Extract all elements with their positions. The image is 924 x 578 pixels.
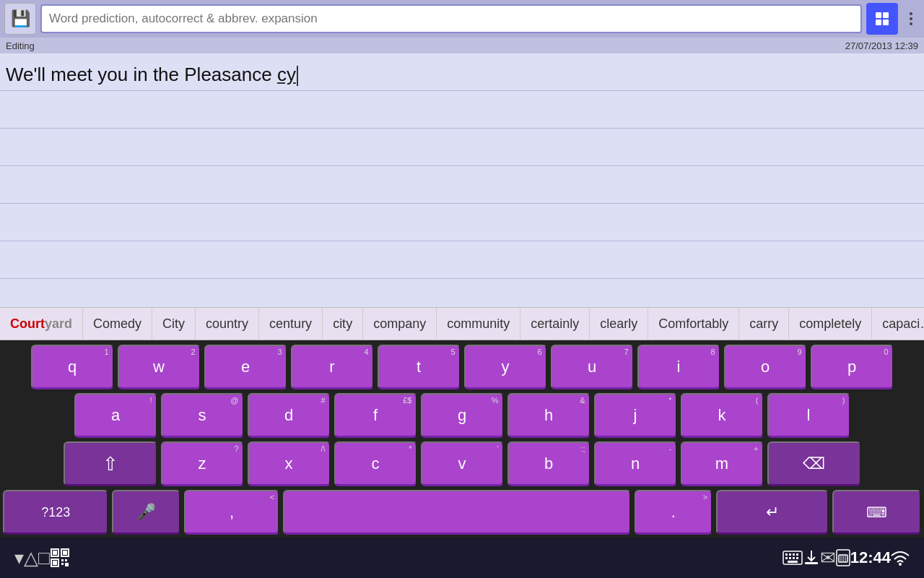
nav-home-icon[interactable]: △ bbox=[24, 547, 38, 569]
svg-rect-24 bbox=[788, 561, 798, 563]
svg-rect-11 bbox=[61, 559, 64, 561]
svg-rect-1 bbox=[883, 12, 889, 18]
suggestion-item-country[interactable]: country bbox=[196, 308, 259, 340]
key-u[interactable]: 7u bbox=[551, 345, 634, 389]
expand-icon bbox=[874, 11, 890, 27]
keyboard-row-1: 1q2w3e4r5t6y7u8i9o0p bbox=[3, 345, 921, 389]
key-w[interactable]: 2w bbox=[118, 345, 201, 389]
key-g[interactable]: %g bbox=[421, 393, 504, 438]
suggestion-item-century[interactable]: century bbox=[259, 308, 323, 340]
clock: 12:44 bbox=[850, 548, 891, 567]
download-icon[interactable] bbox=[803, 549, 820, 566]
svg-rect-20 bbox=[785, 557, 788, 559]
key-x[interactable]: /\x bbox=[248, 441, 331, 486]
svg-rect-3 bbox=[883, 20, 889, 25]
suggestion-item-capacity[interactable]: capaci… bbox=[872, 308, 924, 340]
key-r[interactable]: 4r bbox=[291, 345, 374, 389]
key-d[interactable]: #d bbox=[248, 393, 331, 438]
key-c[interactable]: *c bbox=[334, 441, 417, 486]
suggestion-item-company[interactable]: company bbox=[363, 308, 437, 340]
suggestion-item-comfortably[interactable]: Comfortably bbox=[648, 308, 739, 340]
bottom-nav: ▾ △ □ bbox=[0, 538, 924, 578]
suggestion-item-city-cap[interactable]: City bbox=[152, 308, 196, 340]
svg-rect-23 bbox=[796, 557, 798, 559]
key-period[interactable]: >. bbox=[635, 490, 713, 535]
key-b[interactable]: :;b bbox=[507, 441, 590, 486]
key-f[interactable]: £$f bbox=[334, 393, 417, 438]
status-bar: Editing 27/07/2013 12:39 bbox=[0, 38, 924, 53]
menu-button[interactable] bbox=[902, 5, 920, 33]
svg-rect-18 bbox=[793, 553, 795, 556]
svg-point-31 bbox=[899, 563, 902, 566]
download-nav-icon bbox=[803, 549, 820, 566]
svg-rect-10 bbox=[53, 561, 57, 565]
key-enter[interactable]: ↵ bbox=[716, 490, 829, 535]
save-button[interactable]: 💾 bbox=[4, 3, 36, 35]
key-v[interactable]: 'v bbox=[421, 441, 504, 486]
key-space[interactable] bbox=[283, 490, 630, 535]
sim-icon[interactable] bbox=[836, 549, 850, 566]
suggestion-item-carry[interactable]: carry bbox=[739, 308, 789, 340]
svg-rect-0 bbox=[876, 12, 881, 18]
key-l[interactable]: )l bbox=[767, 393, 850, 438]
key-i[interactable]: 8i bbox=[637, 345, 720, 389]
keyboard-row-2: !a@s#d£$f%g&h*j(k)l bbox=[3, 393, 921, 438]
key-j[interactable]: *j bbox=[594, 393, 677, 438]
sim-nav-icon bbox=[836, 549, 850, 566]
key-keyboard-switch[interactable]: ⌨ bbox=[832, 490, 921, 535]
key-backspace[interactable]: ⌫ bbox=[767, 441, 861, 486]
vertical-dots-icon bbox=[907, 9, 915, 28]
editing-label: Editing bbox=[6, 40, 35, 51]
editor-text[interactable]: We'll meet you in the Pleasance cy bbox=[6, 61, 918, 92]
editor-area[interactable]: We'll meet you in the Pleasance cy bbox=[0, 53, 924, 307]
svg-rect-22 bbox=[793, 557, 795, 559]
key-q[interactable]: 1q bbox=[31, 345, 114, 389]
keyboard-area: 1q2w3e4r5t6y7u8i9o0p !a@s#d£$f%g&h*j(k)l… bbox=[0, 340, 924, 538]
key-e[interactable]: 3e bbox=[204, 345, 287, 389]
key-shift[interactable]: ⇧ bbox=[64, 441, 157, 486]
key-a[interactable]: !a bbox=[74, 393, 157, 438]
key-mic[interactable]: 🎤 bbox=[112, 490, 180, 535]
nav-qr-icon[interactable] bbox=[50, 548, 70, 568]
top-bar: 💾 bbox=[0, 0, 924, 38]
suggestion-item-community[interactable]: community bbox=[437, 308, 520, 340]
suggestions-bar: CourtyardComedyCitycountrycenturycitycom… bbox=[0, 307, 924, 340]
svg-rect-6 bbox=[53, 551, 57, 555]
editor-cursor-word: cy bbox=[277, 64, 296, 85]
wifi-icon bbox=[891, 550, 910, 566]
nav-recent-icon[interactable]: □ bbox=[38, 547, 50, 569]
key-p[interactable]: 0p bbox=[811, 345, 894, 389]
suggestion-item-certainly[interactable]: certainly bbox=[520, 308, 590, 340]
key-123[interactable]: ?123 bbox=[3, 490, 108, 535]
key-s[interactable]: @s bbox=[161, 393, 244, 438]
key-n[interactable]: -n bbox=[594, 441, 677, 486]
email-icon[interactable]: ✉ bbox=[820, 547, 836, 569]
keyboard-nav-icon bbox=[783, 551, 803, 565]
svg-rect-13 bbox=[61, 563, 64, 565]
svg-rect-14 bbox=[65, 563, 69, 566]
key-k[interactable]: (k bbox=[681, 393, 764, 438]
suggestion-item-city[interactable]: city bbox=[323, 308, 363, 340]
blue-action-button[interactable] bbox=[866, 3, 898, 35]
keyboard-icon[interactable] bbox=[783, 551, 803, 565]
suggestion-item-completely[interactable]: completely bbox=[789, 308, 872, 340]
svg-rect-19 bbox=[796, 553, 798, 556]
key-comma[interactable]: <, bbox=[184, 490, 279, 535]
key-y[interactable]: 6y bbox=[464, 345, 547, 389]
editor-text-before: We'll meet you in the Pleasance bbox=[6, 64, 277, 85]
suggestion-item-courtyard[interactable]: Courtyard bbox=[0, 308, 83, 340]
svg-rect-12 bbox=[65, 559, 67, 561]
nav-back-icon[interactable]: ▾ bbox=[14, 547, 24, 569]
search-input[interactable] bbox=[40, 4, 862, 33]
key-h[interactable]: &h bbox=[507, 393, 590, 438]
key-o[interactable]: 9o bbox=[724, 345, 807, 389]
datetime-label: 27/07/2013 12:39 bbox=[845, 40, 918, 51]
key-z[interactable]: ?z bbox=[161, 441, 244, 486]
svg-rect-2 bbox=[876, 20, 881, 25]
suggestion-item-comedy[interactable]: Comedy bbox=[83, 308, 152, 340]
key-t[interactable]: 5t bbox=[378, 345, 461, 389]
keyboard-row-3: ⇧?z/\x*c'v:;b-n+m⌫ bbox=[3, 441, 921, 486]
suggestion-item-clearly[interactable]: clearly bbox=[590, 308, 648, 340]
key-m[interactable]: +m bbox=[681, 441, 764, 486]
qr-icon bbox=[50, 548, 70, 568]
